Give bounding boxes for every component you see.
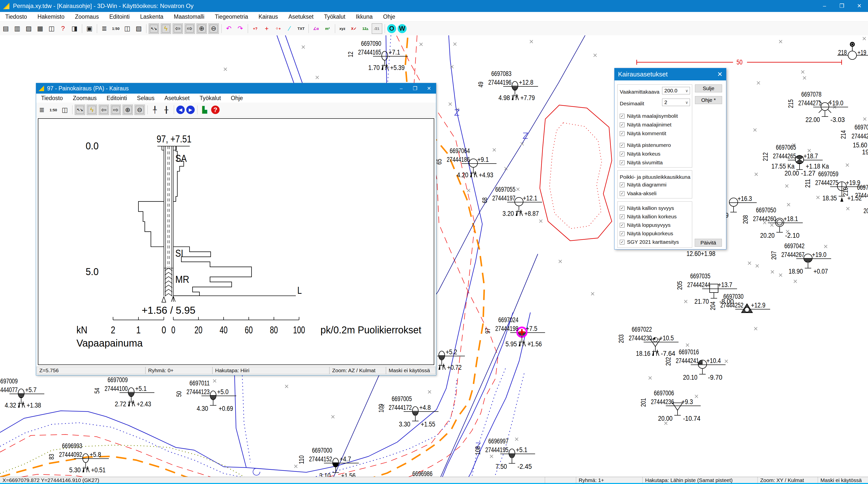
menu-editointi[interactable]: Editointi — [104, 13, 135, 20]
help-file-icon[interactable]: ? — [58, 24, 68, 34]
print-icon[interactable]: ≣ — [99, 24, 109, 34]
survey-point-+5.2[interactable]: +5.2+0.72 — [437, 348, 465, 371]
sounding-menu-ohje[interactable]: Ohje — [226, 95, 248, 102]
survey-point-6697035[interactable]: 669703527444244+13.720521.70-8.00 — [676, 272, 737, 305]
hatch-pattern-icon[interactable]: ▧ — [134, 24, 144, 34]
prev-point-icon[interactable]: ◀ — [176, 105, 185, 114]
sulje-button[interactable]: Sulje — [695, 85, 722, 92]
checkbox-sgy-2021-karttaesitys[interactable]: ✓SGY 2021 karttaesitys — [620, 239, 679, 245]
benchmark-symbol[interactable] — [848, 51, 857, 60]
checkbox-n-yt-loppusyvyys[interactable]: ✓Näytä loppusyvyys — [620, 222, 671, 228]
survey-point-6697024[interactable]: 669702427444198+7.5975.95+1.56 — [484, 316, 545, 348]
survey-point-6697064[interactable]: 669706427444186+9.1654.20+4.93 — [435, 147, 496, 179]
sounding-minimize-button[interactable]: – — [394, 83, 408, 94]
next-icon[interactable]: ⇨ — [111, 104, 121, 115]
hatch-edit-icon[interactable]: ▨ — [24, 24, 34, 34]
xyz-icon[interactable]: xyz — [337, 24, 347, 34]
area-icon[interactable]: m² — [322, 24, 333, 34]
check-coords-icon[interactable]: X✓ — [349, 24, 359, 34]
menu-tiegeometria[interactable]: Tiegeometria — [210, 13, 253, 20]
sounding-menu-asetukset[interactable]: Asetukset — [159, 95, 194, 102]
survey-point-6697090[interactable]: 669709027444165+7.1121.70+5.39 — [347, 40, 408, 71]
text-icon[interactable]: TXT — [296, 24, 306, 34]
menu-ohje[interactable]: Ohje — [378, 13, 401, 20]
sounding-window[interactable]: 97 - Painokairaus (PA) - Kairaus – ❐ ✕ T… — [36, 83, 436, 376]
survey-point-6697078[interactable]: 669707827444271+19.021522.00-3.03 — [787, 91, 848, 124]
fit-screen-icon[interactable]: ↖↘ — [75, 104, 85, 115]
dialog-close-icon[interactable]: ✕ — [717, 68, 722, 80]
export-file-icon[interactable]: ◨ — [69, 24, 80, 34]
checkbox-n-yt-korkeus[interactable]: ✓Näytä korkeus — [620, 151, 660, 157]
zoom-out-icon[interactable]: ⊖ — [134, 104, 145, 115]
angle-icon[interactable]: ∠α — [311, 24, 321, 34]
checkbox-n-yt-pistenumero[interactable]: ✓Näytä pistenumero — [620, 142, 671, 148]
checkbox-n-yt-loppukorkeus[interactable]: ✓Näytä loppukorkeus — [620, 230, 673, 236]
point-query-icon[interactable]: +? — [250, 24, 260, 34]
scale-icon[interactable]: 1:50 — [48, 105, 58, 115]
paivita-button[interactable]: Päivitä — [695, 239, 722, 247]
checkbox-n-yt-kallion-korkeus[interactable]: ✓Näytä kallion korkeus — [620, 214, 677, 220]
kairausasetukset-dialog[interactable]: Kairausasetukset ✕ Vaakamittakaava 200.0… — [614, 68, 726, 250]
survey-point-6697009[interactable]: 669700927444077+5.74.32+1.38 — [0, 378, 44, 409]
pan-right-icon[interactable]: ⇨ — [185, 23, 195, 34]
checkbox-n-yt-kommentit[interactable]: ✓Näytä kommentit — [620, 130, 666, 136]
menu-työkalut[interactable]: Työkalut — [319, 13, 350, 20]
menu-kairaus[interactable]: Kairaus — [253, 13, 283, 20]
prev-icon[interactable]: ⇦ — [99, 104, 109, 115]
triangle-12-icon[interactable]: 12▵ — [360, 24, 370, 34]
survey-point-6697042[interactable]: 669704227444267+19.020718.90+0.07 — [770, 242, 831, 275]
window-layout-icon[interactable]: ◫ — [60, 105, 70, 115]
redraw-icon[interactable]: ϟ — [87, 104, 97, 115]
line-edit-icon[interactable]: ∕ — [285, 24, 294, 34]
zoom-out-icon[interactable]: ⊖ — [209, 23, 219, 34]
checkbox-n-yt-maalajinimet[interactable]: ✓Näytä maalajinimet — [620, 122, 672, 128]
maximize-button[interactable]: ❐ — [833, 0, 850, 12]
survey-point-6697009[interactable]: 669700927444100+5.1542.72+2.43 — [93, 376, 154, 408]
survey-point-6696993[interactable]: 669699327444092+5.8835.30+0.51 — [48, 442, 109, 474]
sounding-close-button[interactable]: ✕ — [422, 83, 436, 94]
point-add-icon[interactable]: + — [262, 24, 272, 34]
menu-tiedosto[interactable]: Tiedosto — [0, 13, 32, 20]
close-button[interactable]: ✕ — [850, 0, 868, 12]
zoom-in-icon[interactable]: ⊕ — [123, 104, 133, 115]
menu-maastomalli[interactable]: Maastomalli — [168, 13, 210, 20]
checkbox-n-yt-sivumitta[interactable]: ✓Näytä sivumitta — [620, 160, 663, 166]
sounding-menu-työkalut[interactable]: Työkalut — [194, 95, 226, 102]
read-file-icon[interactable]: ▤ — [1, 24, 11, 34]
survey-point-6697006[interactable]: 669700627444236+9.320120.00-10.74 — [640, 389, 701, 422]
window-layout-icon[interactable]: ◫ — [122, 24, 132, 34]
survey-point-6697050[interactable]: 669705027444260+18.120820.20-2.10 — [742, 206, 803, 239]
menu-hakemisto[interactable]: Hakemisto — [32, 13, 70, 20]
print-icon[interactable]: ≣ — [37, 105, 47, 115]
sounding-maximize-button[interactable]: ❐ — [408, 83, 422, 94]
menu-ikkuna[interactable]: Ikkuna — [350, 13, 378, 20]
point-move-icon[interactable]: ⁘+ — [273, 24, 283, 34]
checkbox-n-yt-kallion-syvyys[interactable]: ✓Näytä kallion syvyys — [620, 205, 674, 211]
checkbox-n-yt-maalajisymbolit[interactable]: ✓Näytä maalajisymbolit — [620, 113, 678, 119]
sounding-menu-zoomaus[interactable]: Zoomaus — [68, 95, 101, 102]
line-21-icon[interactable]: ∕21 — [372, 23, 382, 34]
sounding-2-icon[interactable]: ╂ — [161, 105, 171, 115]
minimize-button[interactable]: – — [816, 0, 833, 12]
survey-point-6697055[interactable]: 669705527444197+12.1683.20+8.87 — [481, 186, 542, 217]
checkbox-vaaka-akseli[interactable]: ✓Vaaka-akseli — [620, 190, 657, 196]
redo-icon[interactable]: ↷ — [235, 24, 245, 34]
fit-screen-icon[interactable]: ↖↘ — [149, 23, 159, 34]
menu-zoomaus[interactable]: Zoomaus — [70, 13, 104, 20]
documents-icon[interactable]: ▣ — [85, 24, 94, 34]
sounding-menu-selaus[interactable]: Selaus — [132, 95, 159, 102]
survey-point-6697083[interactable]: 669708327444196+12.8494.98+7.79 — [477, 70, 538, 102]
save-file-icon[interactable]: ▦ — [35, 24, 45, 34]
survey-point-6697005[interactable]: 669700527444172+4.81093.30+1.55 — [377, 395, 438, 428]
sounding-menu-tiedosto[interactable]: Tiedosto — [36, 95, 68, 102]
sounding-canvas[interactable]: 97, +7.510.05.0LSASIMR+1.56 / 5.95kN2100… — [38, 118, 434, 365]
novatron-w-icon[interactable]: W — [398, 24, 407, 33]
ohje-button[interactable]: Ohje * — [695, 96, 722, 104]
scale-icon[interactable]: 1:50 — [111, 24, 121, 34]
menu-asetukset[interactable]: Asetukset — [283, 13, 319, 20]
survey-point-6696997[interactable]: 669699727444195+5.11087.50-2.45 — [474, 438, 535, 470]
help-icon[interactable]: ? — [211, 105, 220, 114]
survey-point-6697030[interactable]: 669703027444252+12.9204 — [709, 293, 770, 313]
decimals-combo[interactable]: 2∨ — [662, 99, 690, 106]
zoom-in-icon[interactable]: ⊕ — [196, 23, 207, 34]
